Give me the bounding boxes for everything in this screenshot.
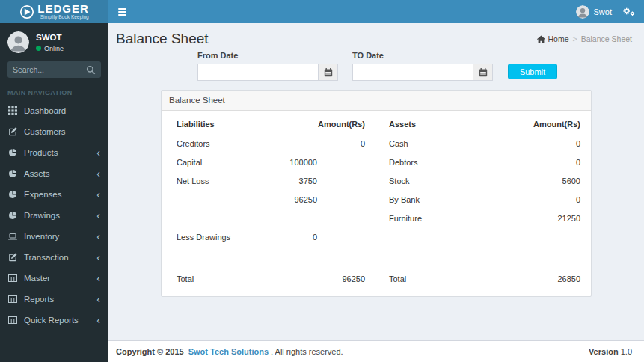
app-window: LEDGER Simplify Book Keeping Swot bbox=[0, 0, 644, 362]
liability-amount: 0 bbox=[274, 228, 371, 247]
footer-rights: . All rights reserved. bbox=[271, 347, 343, 356]
sidebar-item-label: Transaction bbox=[24, 253, 69, 262]
sidebar-item-master[interactable]: Master ‹ bbox=[0, 268, 108, 289]
asset-name bbox=[371, 247, 476, 266]
liability-total-amount: 96250 bbox=[274, 266, 371, 291]
asset-name bbox=[371, 228, 476, 247]
pie-chart-icon bbox=[8, 169, 18, 178]
asset-amount: 5600 bbox=[476, 172, 583, 191]
asset-name: Cash bbox=[371, 135, 476, 153]
sidebar-toggle-icon[interactable] bbox=[108, 0, 136, 23]
table-icon bbox=[8, 274, 18, 283]
sidebar-item-products[interactable]: Products ‹ bbox=[0, 142, 108, 163]
sidebar-item-label: Dashboard bbox=[24, 106, 66, 115]
chevron-left-icon: ‹ bbox=[96, 168, 100, 179]
search-input[interactable] bbox=[13, 65, 86, 74]
table-row: Capital 100000 Debtors 0 bbox=[169, 153, 583, 172]
calendar-icon bbox=[479, 68, 488, 77]
footer-version-label: Version bbox=[589, 347, 619, 356]
liability-amount bbox=[274, 209, 371, 228]
breadcrumb-current: Balance Sheet bbox=[581, 34, 632, 43]
balance-sheet-table: Liabilities Amount(Rs) Assets Amount(Rs)… bbox=[169, 114, 583, 290]
liability-name: Net Loss bbox=[169, 172, 274, 191]
chevron-left-icon: ‹ bbox=[96, 189, 100, 200]
liability-name: Capital bbox=[169, 153, 274, 172]
sidebar-item-assets[interactable]: Assets ‹ bbox=[0, 163, 108, 184]
sidebar-user-panel: SWOT Online bbox=[0, 23, 108, 59]
table-row: Creditors 0 Cash 0 bbox=[169, 135, 583, 153]
to-date-input[interactable] bbox=[352, 64, 473, 81]
sidebar-nav: Dashboard Customers Products ‹ Assets ‹ … bbox=[0, 100, 108, 331]
footer-company-link[interactable]: Swot Tech Solutions bbox=[188, 347, 269, 356]
sidebar-item-label: Reports bbox=[24, 295, 54, 304]
brand-tagline: Simplify Book Keeping bbox=[37, 15, 89, 20]
liability-amount: 0 bbox=[274, 135, 371, 153]
asset-amount: 21250 bbox=[476, 209, 583, 228]
liability-name bbox=[169, 247, 274, 266]
sidebar-item-inventory[interactable]: Inventory ‹ bbox=[0, 226, 108, 247]
pie-chart-icon bbox=[8, 148, 18, 157]
breadcrumb-separator: > bbox=[573, 34, 577, 43]
to-date-calendar-button[interactable] bbox=[473, 64, 493, 81]
date-filter-form: From Date TO Date bbox=[161, 51, 592, 81]
user-avatar bbox=[576, 5, 589, 19]
table-row: Less Drawings 0 bbox=[169, 228, 583, 247]
liability-total-label: Total bbox=[169, 266, 274, 291]
submit-button[interactable]: Submit bbox=[508, 64, 557, 79]
pie-chart-icon bbox=[8, 211, 18, 220]
sidebar-item-drawings[interactable]: Drawings ‹ bbox=[0, 205, 108, 226]
chevron-left-icon: ‹ bbox=[96, 147, 100, 158]
table-row bbox=[169, 247, 583, 266]
sidebar-item-label: Expenses bbox=[24, 190, 62, 199]
sidebar-item-label: Quick Reports bbox=[24, 316, 79, 325]
table-row: Net Loss 3750 Stock 5600 bbox=[169, 172, 583, 191]
liability-name: Less Drawings bbox=[169, 228, 274, 247]
from-date-input[interactable] bbox=[197, 64, 319, 81]
sidebar-item-label: Master bbox=[24, 274, 50, 283]
footer-copyright: Copyright © 2015 bbox=[116, 347, 184, 356]
top-navbar: LEDGER Simplify Book Keeping Swot bbox=[0, 0, 644, 23]
asset-amount bbox=[476, 228, 583, 247]
sidebar-item-transaction[interactable]: Transaction ‹ bbox=[0, 247, 108, 268]
asset-amount: 0 bbox=[476, 153, 583, 172]
online-status-icon bbox=[36, 46, 41, 51]
table-total-row: Total 96250 Total 26850 bbox=[169, 266, 583, 291]
edit-icon bbox=[8, 253, 18, 262]
to-date-label: TO Date bbox=[352, 51, 493, 60]
brand-name: LEDGER bbox=[37, 3, 89, 14]
asset-amount: 0 bbox=[476, 191, 583, 209]
sidebar-item-label: Inventory bbox=[24, 232, 59, 241]
sidebar-item-quick-reports[interactable]: Quick Reports ‹ bbox=[0, 310, 108, 331]
chevron-left-icon: ‹ bbox=[96, 252, 100, 263]
panel-title: Balance Sheet bbox=[162, 90, 591, 111]
chevron-left-icon: ‹ bbox=[96, 210, 100, 221]
asset-name: By Bank bbox=[371, 191, 476, 209]
from-date-calendar-button[interactable] bbox=[319, 64, 338, 81]
table-header-row: Liabilities Amount(Rs) Assets Amount(Rs) bbox=[169, 114, 583, 135]
chevron-left-icon: ‹ bbox=[96, 294, 100, 304]
chevron-left-icon: ‹ bbox=[96, 273, 100, 283]
liability-amount: 3750 bbox=[274, 172, 371, 191]
brand-logo[interactable]: LEDGER Simplify Book Keeping bbox=[0, 0, 108, 23]
footer-version-value: 1.0 bbox=[621, 347, 632, 356]
liability-name bbox=[169, 191, 274, 209]
navbar-user-menu[interactable]: Swot bbox=[576, 5, 612, 19]
sidebar-item-dashboard[interactable]: Dashboard bbox=[0, 100, 108, 121]
asset-amount bbox=[476, 247, 583, 266]
sidebar-item-expenses[interactable]: Expenses ‹ bbox=[0, 184, 108, 205]
sidebar-item-customers[interactable]: Customers bbox=[0, 121, 108, 142]
search-button[interactable] bbox=[86, 65, 96, 75]
breadcrumb-home-link[interactable]: Home bbox=[537, 34, 569, 43]
col-header-assets: Assets bbox=[371, 114, 476, 135]
asset-name: Furniture bbox=[371, 209, 476, 228]
search-icon bbox=[86, 65, 96, 75]
table-row: Furniture 21250 bbox=[169, 209, 583, 228]
sidebar-item-label: Products bbox=[24, 148, 58, 157]
from-date-label: From Date bbox=[197, 51, 338, 60]
sidebar-user-status[interactable]: Online bbox=[36, 45, 64, 52]
edit-icon bbox=[8, 127, 18, 136]
sidebar-item-reports[interactable]: Reports ‹ bbox=[0, 289, 108, 310]
brand-mark-icon bbox=[19, 4, 34, 19]
settings-gears-icon[interactable] bbox=[622, 7, 635, 16]
asset-amount: 0 bbox=[476, 135, 583, 153]
